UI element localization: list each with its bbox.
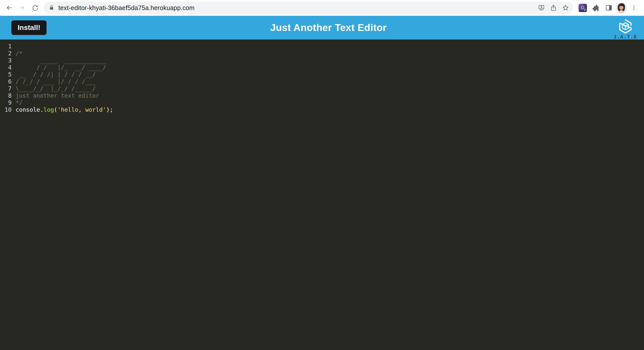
code-segment: _____ ____________ [16, 57, 106, 64]
install-page-button[interactable] [535, 2, 547, 14]
code-segment: console. [16, 106, 44, 113]
jate-logo: J.A.T.E [610, 16, 640, 40]
chatgpt-extension-icon [579, 4, 587, 12]
profile-avatar-button[interactable] [615, 2, 627, 14]
code-text: \____/_/ |_/_/ /_____/ [12, 85, 96, 92]
code-line[interactable]: 8just another text editor [0, 92, 644, 99]
code-segment: /* [16, 50, 23, 57]
code-segment: */ [16, 99, 23, 106]
code-line[interactable]: 5 __ / / /| | / / / __/ [0, 71, 644, 78]
code-line[interactable]: 2/* [0, 50, 644, 57]
code-segment: ( [54, 106, 57, 113]
line-number: 4 [0, 64, 12, 71]
code-line[interactable]: 1 [0, 43, 644, 50]
line-number: 5 [0, 71, 12, 78]
line-number: 10 [0, 106, 12, 113]
share-button[interactable] [547, 2, 559, 14]
install-app-button[interactable]: Install! [11, 20, 47, 35]
url-text[interactable]: text-editor-khyati-36baef5da75a.herokuap… [58, 4, 535, 12]
jate-logo-label: J.A.T.E [614, 34, 637, 39]
kebab-menu-icon [630, 4, 638, 12]
code-text: /* [12, 50, 23, 57]
code-text: / / |/_ __/ ____/ [12, 64, 106, 71]
puzzle-icon [592, 4, 599, 12]
forward-button[interactable] [16, 1, 29, 14]
refresh-icon [31, 4, 39, 12]
refresh-button[interactable] [29, 1, 42, 14]
code-text: / /_/ / ___ |/ / / /___ [12, 78, 96, 85]
toolbar-extensions-area [576, 1, 640, 14]
code-line[interactable]: 3 _____ ____________ [0, 57, 644, 64]
code-segment: 'hello, world' [57, 106, 106, 113]
code-text [12, 43, 16, 50]
code-text: */ [12, 99, 23, 106]
code-line[interactable]: 9*/ [0, 99, 644, 106]
code-text: just another text editor [12, 92, 99, 99]
line-number: 9 [0, 99, 12, 106]
profile-avatar [616, 2, 627, 14]
browser-toolbar: text-editor-khyati-36baef5da75a.herokuap… [0, 0, 644, 16]
bookmark-star-icon [562, 4, 569, 11]
code-line[interactable]: 6/ /_/ / ___ |/ / / /___ [0, 78, 644, 85]
code-segment: \____/_/ |_/_/ /_____/ [16, 85, 96, 92]
forward-arrow-icon [18, 4, 26, 12]
code-line[interactable]: 7\____/_/ |_/_/ /_____/ [0, 85, 644, 92]
line-number: 7 [0, 85, 12, 92]
side-panel-icon [605, 4, 613, 12]
code-text: __ / / /| | / / / __/ [12, 71, 96, 78]
code-line[interactable]: 10console.log('hello, world'); [0, 106, 644, 113]
editor-lines: 12/*3 _____ ____________4 / / |/_ __/ __… [0, 43, 644, 113]
code-segment: / / |/_ __/ ____/ [16, 64, 106, 71]
line-number: 2 [0, 50, 12, 57]
chatgpt-extension-button[interactable] [576, 1, 589, 14]
hexagon-cube-logo-icon [619, 19, 632, 34]
install-page-screen-icon [538, 4, 545, 11]
bookmark-star-button[interactable] [559, 2, 572, 14]
line-number: 6 [0, 78, 12, 85]
code-text: _____ ____________ [12, 57, 106, 64]
line-number: 1 [0, 43, 12, 50]
code-segment: __ / / /| | / / / __/ [16, 71, 96, 78]
code-segment: just another text editor [16, 92, 99, 99]
line-number: 3 [0, 57, 12, 64]
back-button[interactable] [3, 1, 16, 14]
code-editor[interactable]: 12/*3 _____ ____________4 / / |/_ __/ __… [0, 40, 644, 350]
code-line[interactable]: 4 / / |/_ __/ ____/ [0, 64, 644, 71]
share-icon [550, 4, 557, 11]
lock-icon[interactable] [48, 5, 55, 11]
code-segment: log [44, 106, 54, 113]
side-panel-button[interactable] [602, 1, 615, 14]
code-text: console.log('hello, world'); [12, 106, 113, 113]
back-arrow-icon [5, 4, 13, 12]
url-bar[interactable]: text-editor-khyati-36baef5da75a.herokuap… [44, 2, 573, 14]
browser-window: text-editor-khyati-36baef5da75a.herokuap… [0, 0, 644, 350]
line-number: 8 [0, 92, 12, 99]
menu-kebab-button[interactable] [627, 1, 640, 14]
app-header: Install! Just Another Text Editor J.A.T.… [0, 16, 644, 40]
code-segment: / /_/ / ___ |/ / / /___ [16, 78, 96, 85]
code-segment: ); [106, 106, 113, 113]
page-title: Just Another Text Editor [47, 22, 610, 33]
extensions-puzzle-button[interactable] [589, 1, 602, 14]
